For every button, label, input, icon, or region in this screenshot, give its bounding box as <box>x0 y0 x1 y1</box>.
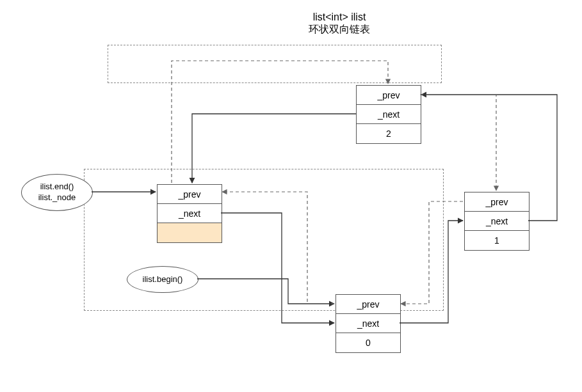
node0-next: _next <box>336 314 400 333</box>
diagram-canvas: list<int> ilist 环状双向链表 ilist.end() ilist… <box>0 0 582 392</box>
node-2: _prev _next 2 <box>356 85 421 144</box>
end-label-1: ilist.end() <box>40 182 74 192</box>
node0-prev: _prev <box>336 295 400 314</box>
node-sentinel: _prev _next <box>157 184 222 243</box>
node1-next: _next <box>465 212 529 231</box>
dashed-region-bottom <box>84 169 444 311</box>
node1-prev: _prev <box>465 192 529 212</box>
end-label-2: ilist._node <box>38 192 76 203</box>
sentinel-next: _next <box>158 204 222 223</box>
begin-label: ilist.begin() <box>143 274 183 285</box>
node-1: _prev _next 1 <box>464 192 529 251</box>
node2-data: 2 <box>357 124 421 143</box>
ellipse-end-node: ilist.end() ilist._node <box>21 174 93 211</box>
node0-data: 0 <box>336 333 400 352</box>
sentinel-prev: _prev <box>158 185 222 204</box>
diagram-title: list<int> ilist 环状双向链表 <box>282 12 397 36</box>
title-line2: 环状双向链表 <box>282 23 397 36</box>
title-line1: list<int> ilist <box>282 12 397 23</box>
node-0: _prev _next 0 <box>335 294 401 353</box>
node1-data: 1 <box>465 231 529 250</box>
node2-next: _next <box>357 105 421 124</box>
node2-prev: _prev <box>357 86 421 105</box>
sentinel-data <box>158 223 222 242</box>
dashed-region-top <box>108 45 442 83</box>
ellipse-begin: ilist.begin() <box>127 266 198 293</box>
